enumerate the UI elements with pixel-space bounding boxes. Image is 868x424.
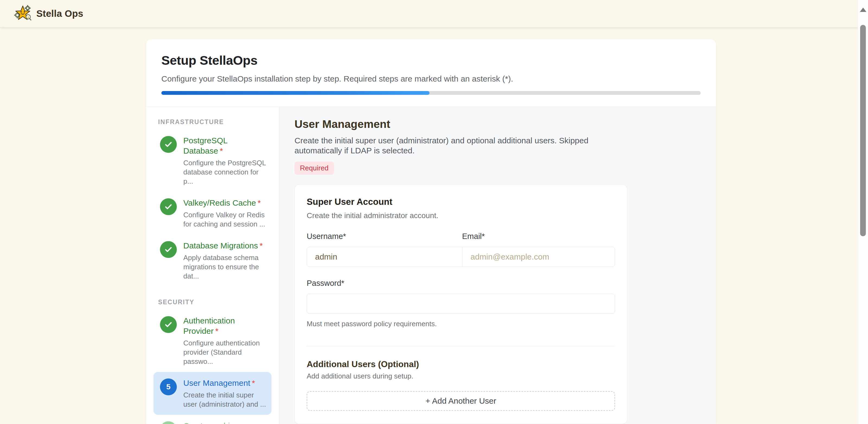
required-status-badge: Required <box>294 161 334 175</box>
step-description: Configure authentication provider (Stand… <box>183 338 266 366</box>
step-title: Valkey/Redis Cache <box>183 198 256 207</box>
sidebar-item-postgresql-database[interactable]: PostgreSQL Database* Configure the Postg… <box>153 130 272 192</box>
panel-divider <box>307 346 615 346</box>
step-content-pane: User Management Create the initial super… <box>279 107 716 424</box>
username-email-field-group <box>307 247 615 267</box>
password-label: Password* <box>307 279 615 288</box>
check-circle-icon <box>160 241 177 258</box>
sidebar-item-user-management[interactable]: 5 User Management* Create the initial su… <box>153 372 272 415</box>
wizard-header: Setup StellaOps Configure your StellaOps… <box>146 39 716 107</box>
vertical-scrollbar[interactable] <box>858 0 868 424</box>
sidebar-item-authentication-provider[interactable]: Authentication Provider* Configure authe… <box>153 310 272 372</box>
password-helper-text: Must meet password policy requirements. <box>307 320 615 328</box>
step-title: Cryptographic Provider <box>183 421 234 424</box>
required-asterisk: * <box>215 326 219 335</box>
sidebar-item-cryptographic-provider[interactable]: Cryptographic Provider Select cryptograp… <box>153 415 272 424</box>
scrollbar-thumb[interactable] <box>860 25 866 236</box>
step-description: Configure the PostgreSQL database connec… <box>183 158 266 186</box>
page-title: Setup StellaOps <box>161 53 701 68</box>
step-description-text: Create the initial super user (administr… <box>294 135 609 156</box>
check-circle-icon <box>160 136 177 153</box>
check-circle-icon <box>160 198 177 215</box>
step-description: Configure Valkey or Redis for caching an… <box>183 210 266 229</box>
setup-wizard-card: Setup StellaOps Configure your StellaOps… <box>146 39 716 424</box>
section-label-infrastructure: INFRASTRUCTURE <box>153 119 272 126</box>
required-asterisk: * <box>220 146 223 155</box>
step-title: Authentication Provider <box>183 316 235 335</box>
email-label: Email* <box>462 232 615 241</box>
username-input[interactable] <box>307 247 462 267</box>
step-number-icon: 5 <box>160 379 177 395</box>
sidebar-item-valkey-redis-cache[interactable]: Valkey/Redis Cache* Configure Valkey or … <box>153 192 272 235</box>
super-user-account-panel: Super User Account Create the initial ad… <box>294 185 627 424</box>
password-input[interactable] <box>307 294 615 314</box>
required-asterisk: * <box>252 379 255 387</box>
sidebar-item-database-migrations[interactable]: Database Migrations* Apply database sche… <box>153 235 272 287</box>
stella-ops-logo-icon <box>14 5 31 22</box>
add-another-user-button[interactable]: + Add Another User <box>307 391 615 411</box>
additional-users-heading: Additional Users (Optional) <box>307 359 615 369</box>
page-subtitle: Configure your StellaOps installation st… <box>161 74 701 84</box>
password-field-box <box>307 294 615 314</box>
step-description: Create the initial super user (administr… <box>183 390 266 409</box>
setup-steps-sidebar: INFRASTRUCTURE PostgreSQL Database* Conf… <box>146 107 279 424</box>
step-heading: User Management <box>294 118 716 131</box>
required-asterisk: * <box>259 241 263 250</box>
additional-users-subtext: Add additional users during setup. <box>307 372 615 380</box>
panel-heading: Super User Account <box>307 197 615 207</box>
step-title: Database Migrations <box>183 241 258 250</box>
step-title: User Management <box>183 379 250 387</box>
section-label-security: SECURITY <box>153 299 272 306</box>
panel-subheading: Create the initial administrator account… <box>307 211 615 220</box>
setup-progress-fill <box>161 91 430 95</box>
required-asterisk: * <box>258 198 261 207</box>
step-description: Apply database schema migrations to ensu… <box>183 253 266 281</box>
setup-progress-bar <box>161 91 701 95</box>
email-input[interactable] <box>462 247 615 267</box>
brand-name: Stella Ops <box>36 8 83 19</box>
brand: Stella Ops <box>14 5 83 22</box>
scrollbar-up-arrow-icon[interactable] <box>860 8 866 12</box>
check-circle-icon <box>160 316 177 333</box>
top-navbar: Stella Ops <box>0 0 868 27</box>
username-label: Username* <box>307 232 462 241</box>
check-circle-icon <box>160 421 177 424</box>
